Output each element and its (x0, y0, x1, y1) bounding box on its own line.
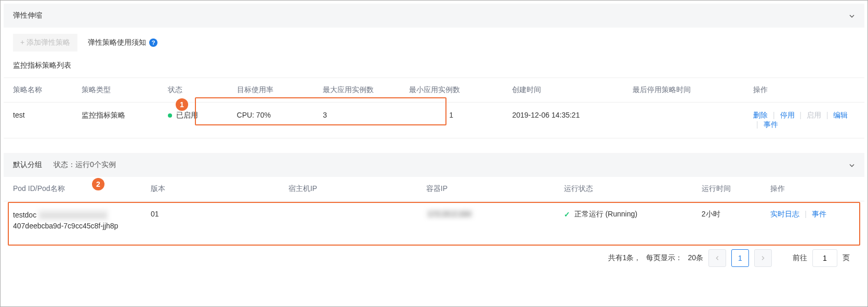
chevron-down-icon[interactable] (848, 12, 855, 19)
cell-ops: 删除 | 停用 | 启用 | 编辑 | 事件 (744, 103, 864, 138)
help-icon[interactable]: ? (149, 39, 157, 47)
pod-id-obscured: ————————— (38, 210, 108, 221)
th-last-disabled: 最后停用策略时间 (623, 78, 744, 103)
sep: | (756, 120, 758, 129)
add-policy-button[interactable]: + 添加弹性策略 (13, 34, 77, 52)
next-page-button[interactable] (754, 249, 772, 267)
pod-table: Pod ID/Pod名称 版本 宿主机IP 容器IP 运行状态 运行时间 操作 … (4, 177, 864, 240)
th-min-inst: 最小应用实例数 (400, 78, 503, 103)
chevron-down-icon[interactable] (848, 161, 855, 169)
pod-events-link[interactable]: 事件 (812, 210, 826, 218)
cell-policy-name: test (4, 103, 72, 138)
th-policy-name: 策略名称 (4, 78, 72, 103)
cell-policy-type: 监控指标策略 (72, 103, 159, 138)
pod-id-prefix: testdoc (13, 211, 36, 219)
pod-table-wrap: Pod ID/Pod名称 版本 宿主机IP 容器IP 运行状态 运行时间 操作 … (4, 177, 864, 240)
cell-min-inst: 1 (400, 103, 503, 138)
run-state-text: 正常运行 (Running) (574, 210, 637, 219)
group-state-value: 运行0个实例 (75, 160, 116, 169)
th-target-util: 目标使用率 (228, 78, 314, 103)
default-group-header[interactable]: 默认分组 状态：运行0个实例 (4, 153, 864, 177)
th-policy-type: 策略类型 (72, 78, 159, 103)
cell-pod-id: testdoc ————————— 407deebcba9d-7c9cc45c8… (4, 201, 141, 240)
logs-link[interactable]: 实时日志 (770, 210, 799, 218)
cell-last-disabled (623, 103, 744, 138)
th-ops: 操作 (744, 78, 864, 103)
status-dot-icon (168, 113, 172, 118)
th-pod-id: Pod ID/Pod名称 (4, 177, 141, 201)
cell-created: 2019-12-06 14:35:21 (503, 103, 623, 138)
pagination: 共有1条， 每页显示： 20条 1 前往 页 (4, 240, 864, 272)
container-ip-obscured: 172.20.2.164 (426, 210, 473, 218)
sep: | (799, 111, 801, 119)
delete-link[interactable]: 删除 (753, 111, 768, 119)
th-run-state: 运行状态 (555, 177, 692, 201)
edit-link[interactable]: 编辑 (833, 111, 848, 119)
hint-text: 弹性策略使用须知 (88, 38, 146, 47)
th-version: 版本 (141, 177, 279, 201)
pagination-total: 共有1条， (608, 253, 641, 263)
goto-label: 前往 (793, 253, 807, 263)
page-suffix: 页 (843, 253, 850, 263)
start-link: 启用 (807, 111, 821, 119)
page-number-1[interactable]: 1 (731, 249, 749, 267)
per-page-label: 每页显示： (646, 253, 682, 263)
pod-row: testdoc ————————— 407deebcba9d-7c9cc45c8… (4, 201, 864, 240)
group-state: 状态：运行0个实例 (54, 160, 116, 170)
th-container-ip: 容器IP (417, 177, 555, 201)
check-icon: ✓ (564, 210, 570, 219)
th-pod-ops: 操作 (761, 177, 864, 201)
group-name: 默认分组 (13, 160, 42, 170)
per-page-value[interactable]: 20条 (688, 253, 703, 263)
policy-row: test 监控指标策略 已启用 CPU: 70% 3 1 2019-12-06 … (4, 103, 864, 138)
cell-state: 已启用 (159, 103, 227, 138)
policy-toolbar: + 添加弹性策略 弹性策略使用须知 ? (4, 28, 864, 57)
policy-list-heading: 监控指标策略列表 (4, 57, 864, 78)
pod-id-line2: 407deebcba9d-7c9cc45c8f-jjh8p (13, 222, 118, 230)
policy-table-wrap: 策略名称 策略类型 状态 目标使用率 最大应用实例数 最小应用实例数 创建时间 … (4, 78, 864, 138)
cell-container-ip: 172.20.2.164 (417, 201, 555, 240)
th-state: 状态 (159, 78, 227, 103)
cell-run-state: ✓ 正常运行 (Running) (555, 201, 692, 240)
policy-usage-hint[interactable]: 弹性策略使用须知 ? (88, 38, 157, 47)
sep: | (805, 210, 807, 218)
events-link[interactable]: 事件 (764, 120, 778, 129)
cell-max-inst: 3 (313, 103, 400, 138)
th-host-ip: 宿主机IP (279, 177, 417, 201)
prev-page-button[interactable] (708, 249, 726, 267)
group-state-label: 状态： (54, 160, 75, 169)
cell-runtime: 2小时 (692, 201, 761, 240)
state-text: 已启用 (176, 111, 198, 119)
policy-table: 策略名称 策略类型 状态 目标使用率 最大应用实例数 最小应用实例数 创建时间 … (4, 78, 864, 138)
goto-page-input[interactable] (812, 249, 837, 267)
cell-host-ip (279, 201, 417, 240)
th-max-inst: 最大应用实例数 (313, 78, 400, 103)
cell-pod-ops: 实时日志 | 事件 (761, 201, 864, 240)
stop-link[interactable]: 停用 (780, 111, 795, 119)
elastic-scaling-header[interactable]: 弹性伸缩 (4, 4, 864, 28)
sep: | (826, 111, 828, 119)
th-created: 创建时间 (503, 78, 623, 103)
sep: | (773, 111, 775, 119)
cell-version: 01 (141, 201, 279, 240)
elastic-scaling-title: 弹性伸缩 (13, 11, 42, 20)
cell-target-util: CPU: 70% (228, 103, 314, 138)
th-runtime: 运行时间 (692, 177, 761, 201)
